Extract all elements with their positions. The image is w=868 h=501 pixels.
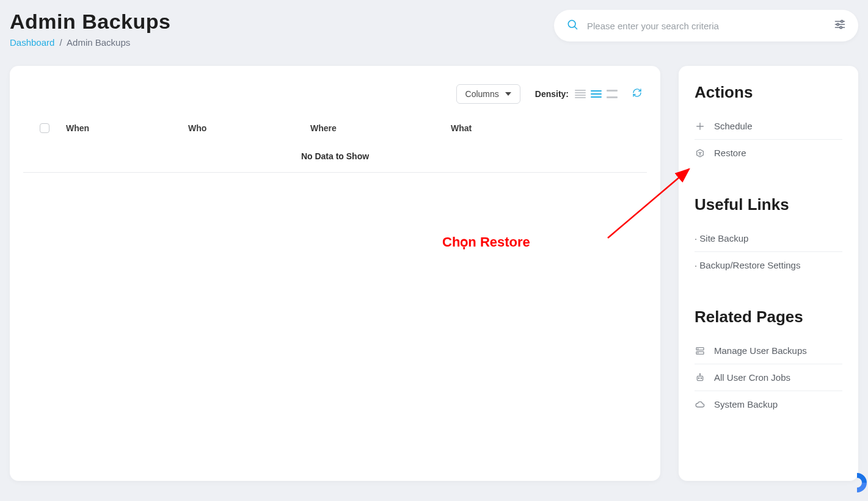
svg-line-1 (575, 27, 577, 29)
svg-point-12 (698, 348, 698, 349)
action-restore-label: Restore (714, 148, 746, 158)
backups-table: When Who Where What No Data to Show (23, 116, 647, 173)
related-all-cron-jobs[interactable]: All User Cron Jobs (695, 364, 842, 391)
column-header-who[interactable]: Who (188, 123, 310, 133)
columns-button-label: Columns (465, 89, 499, 99)
sidebar-card: Actions Schedule Restore (679, 66, 858, 481)
density-medium-icon[interactable] (591, 90, 602, 98)
columns-button[interactable]: Columns (456, 84, 520, 104)
action-schedule-label: Schedule (714, 121, 753, 131)
svg-point-3 (841, 20, 843, 22)
server-icon (695, 346, 706, 356)
empty-state-text: No Data to Show (23, 140, 647, 173)
annotation-text: Chọn Restore (442, 234, 530, 250)
link-site-backup[interactable]: Site Backup (695, 225, 842, 252)
breadcrumb-separator: / (60, 37, 62, 48)
svg-point-15 (698, 378, 699, 378)
related-system-backup-label: System Backup (714, 399, 778, 409)
search-bar[interactable] (554, 10, 858, 41)
action-schedule[interactable]: Schedule (695, 113, 842, 140)
refresh-icon[interactable] (632, 88, 642, 100)
actions-section: Actions Schedule Restore (695, 83, 842, 166)
svg-point-16 (701, 378, 701, 378)
link-backup-restore-settings[interactable]: Backup/Restore Settings (695, 252, 842, 278)
recaptcha-badge (841, 468, 868, 497)
related-manage-user-backups-label: Manage User Backups (714, 345, 807, 356)
useful-links-title: Useful Links (695, 195, 842, 214)
related-pages-title: Related Pages (695, 308, 842, 326)
search-icon (566, 18, 578, 33)
action-restore[interactable]: Restore (695, 140, 842, 166)
breadcrumb-current: Admin Backups (67, 37, 130, 48)
cloud-icon (695, 400, 706, 409)
restore-icon (695, 148, 706, 158)
column-header-when[interactable]: When (66, 123, 188, 133)
density-label: Density: (535, 89, 569, 99)
svg-point-7 (840, 26, 842, 28)
column-header-where[interactable]: Where (310, 123, 451, 133)
column-header-what[interactable]: What (451, 123, 591, 133)
breadcrumb-home[interactable]: Dashboard (10, 37, 54, 48)
density-large-icon[interactable] (607, 90, 618, 98)
plus-icon (695, 121, 706, 131)
svg-point-18 (699, 373, 700, 374)
svg-point-5 (837, 23, 839, 25)
robot-icon (695, 373, 706, 383)
filter-settings-icon[interactable] (834, 18, 846, 33)
svg-point-13 (698, 353, 698, 353)
page-title: Admin Backups (10, 10, 170, 34)
search-input[interactable] (587, 21, 834, 31)
table-header-row: When Who Where What (23, 116, 647, 140)
caret-down-icon (505, 92, 511, 96)
backups-table-card: Columns Density: (10, 66, 660, 481)
select-all-checkbox[interactable] (40, 123, 49, 133)
density-compact-icon[interactable] (575, 90, 586, 98)
related-pages-section: Related Pages Manage User Backups All Us… (695, 308, 842, 417)
related-system-backup[interactable]: System Backup (695, 391, 842, 417)
related-manage-user-backups[interactable]: Manage User Backups (695, 337, 842, 364)
actions-title: Actions (695, 83, 842, 102)
useful-links-section: Useful Links Site Backup Backup/Restore … (695, 195, 842, 278)
related-all-cron-jobs-label: All User Cron Jobs (714, 372, 790, 383)
breadcrumb: Dashboard / Admin Backups (10, 37, 170, 48)
